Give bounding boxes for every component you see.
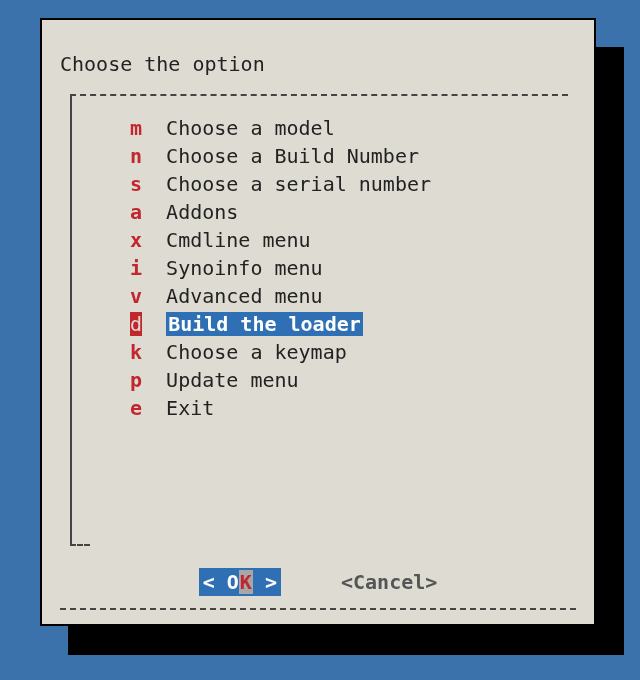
dialog-box: Choose the option m Choose a modeln Choo…: [40, 18, 596, 626]
menu-frame-corner: [70, 518, 90, 546]
menu-item-key: k: [130, 338, 142, 366]
menu-item-d[interactable]: d Build the loader: [130, 310, 431, 338]
menu-item-label: Update menu: [166, 368, 298, 392]
menu-item-key: m: [130, 114, 142, 142]
menu-item-key: e: [130, 394, 142, 422]
menu-item-label: Addons: [166, 200, 238, 224]
menu-item-m[interactable]: m Choose a model: [130, 114, 431, 142]
menu-item-label: Choose a keymap: [166, 340, 347, 364]
option-menu[interactable]: m Choose a modeln Choose a Build Numbers…: [130, 114, 431, 422]
menu-item-n[interactable]: n Choose a Build Number: [130, 142, 431, 170]
menu-item-key: d: [130, 312, 142, 336]
ok-button-close: >: [253, 570, 277, 594]
menu-item-s[interactable]: s Choose a serial number: [130, 170, 431, 198]
dialog-title: Choose the option: [60, 50, 265, 78]
menu-item-key: i: [130, 254, 142, 282]
menu-item-e[interactable]: e Exit: [130, 394, 431, 422]
menu-item-gap: [142, 142, 166, 170]
menu-item-gap: [142, 170, 166, 198]
menu-item-key: s: [130, 170, 142, 198]
menu-item-i[interactable]: i Synoinfo menu: [130, 254, 431, 282]
menu-item-p[interactable]: p Update menu: [130, 366, 431, 394]
button-bar: < OK > <Cancel>: [42, 568, 594, 596]
menu-item-label: Exit: [166, 396, 214, 420]
menu-item-gap: [142, 282, 166, 310]
menu-item-label: Choose a model: [166, 116, 335, 140]
menu-item-k[interactable]: k Choose a keymap: [130, 338, 431, 366]
menu-item-label: Choose a Build Number: [166, 144, 419, 168]
menu-item-key: x: [130, 226, 142, 254]
menu-item-key: v: [130, 282, 142, 310]
menu-item-label: Choose a serial number: [166, 172, 431, 196]
ok-button[interactable]: < OK >: [199, 568, 281, 596]
menu-item-gap: [142, 254, 166, 282]
menu-item-a[interactable]: a Addons: [130, 198, 431, 226]
menu-item-x[interactable]: x Cmdline menu: [130, 226, 431, 254]
menu-item-label: Advanced menu: [166, 284, 323, 308]
menu-item-gap: [142, 114, 166, 142]
menu-item-gap: [142, 366, 166, 394]
ok-button-open: <: [203, 570, 227, 594]
menu-item-gap: [142, 310, 166, 338]
menu-item-key: a: [130, 198, 142, 226]
menu-item-label: Build the loader: [166, 312, 363, 336]
menu-item-v[interactable]: v Advanced menu: [130, 282, 431, 310]
menu-item-gap: [142, 338, 166, 366]
menu-item-gap: [142, 226, 166, 254]
ok-button-pre: O: [227, 570, 239, 594]
cancel-button[interactable]: <Cancel>: [341, 568, 437, 596]
menu-item-gap: [142, 198, 166, 226]
menu-item-label: Synoinfo menu: [166, 256, 323, 280]
menu-item-gap: [142, 394, 166, 422]
ok-button-hotkey: K: [239, 570, 253, 594]
dialog-bottom-rule: [60, 608, 576, 610]
menu-item-key: p: [130, 366, 142, 394]
menu-item-key: n: [130, 142, 142, 170]
menu-item-label: Cmdline menu: [166, 228, 311, 252]
